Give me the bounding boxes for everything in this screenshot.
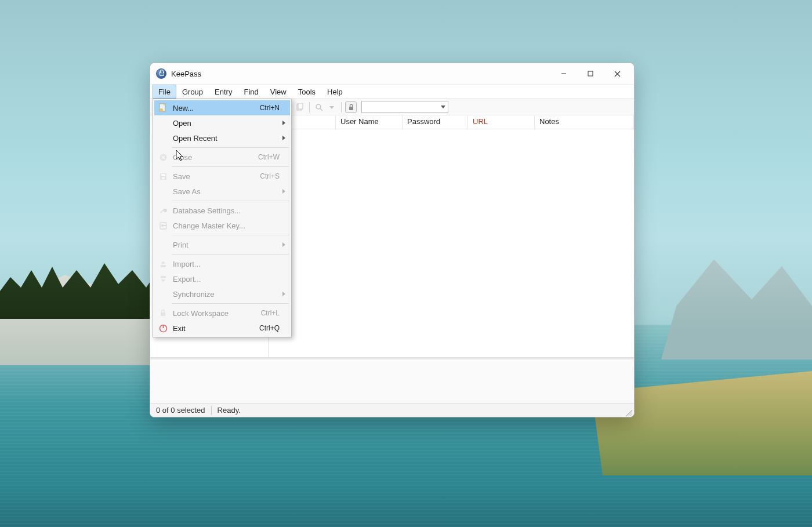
file-menu-synchronize[interactable]: Synchronize bbox=[154, 286, 290, 301]
file-menu-lock-shortcut: Ctrl+L bbox=[261, 309, 290, 317]
submenu-arrow-icon bbox=[282, 189, 285, 194]
file-menu-close[interactable]: Close Ctrl+W bbox=[154, 150, 290, 165]
toolbar-lock-button[interactable] bbox=[345, 101, 357, 113]
column-password[interactable]: Password bbox=[403, 115, 468, 129]
menu-file[interactable]: File bbox=[153, 85, 176, 99]
file-menu-open[interactable]: Open bbox=[154, 115, 290, 130]
svg-rect-22 bbox=[161, 265, 166, 267]
window-title: KeePass bbox=[171, 70, 201, 78]
wrench-icon bbox=[158, 205, 168, 216]
menu-help-label: Help bbox=[327, 88, 343, 96]
file-menu-dropdown: New... Ctrl+N Open Open Recent Close Ctr… bbox=[153, 99, 292, 337]
menu-file-label: File bbox=[158, 88, 171, 96]
menu-view-label: View bbox=[270, 88, 287, 96]
menu-find-label: Find bbox=[244, 88, 258, 96]
svg-rect-21 bbox=[163, 225, 166, 226]
menu-entry-label: Entry bbox=[215, 88, 232, 96]
entry-detail-pane[interactable] bbox=[150, 358, 634, 403]
file-menu-exit[interactable]: Exit Ctrl+Q bbox=[154, 321, 290, 336]
close-button[interactable] bbox=[604, 64, 630, 83]
close-icon bbox=[614, 71, 621, 77]
file-menu-close-label: Close bbox=[173, 153, 192, 162]
file-menu-save-label: Save bbox=[173, 172, 190, 181]
file-menu-change-master-key[interactable]: Change Master Key... bbox=[154, 218, 290, 233]
entry-list-pane: Title User Name Password URL Notes bbox=[269, 115, 634, 357]
menu-entry[interactable]: Entry bbox=[209, 85, 238, 99]
status-selection: 0 of 0 selected bbox=[150, 406, 211, 415]
new-file-icon bbox=[158, 103, 168, 113]
menu-view[interactable]: View bbox=[264, 85, 292, 99]
file-menu-open-recent[interactable]: Open Recent bbox=[154, 130, 290, 146]
key-box-icon bbox=[158, 220, 168, 231]
save-icon bbox=[158, 171, 168, 181]
file-menu-save[interactable]: Save Ctrl+S bbox=[154, 169, 290, 184]
menu-separator bbox=[172, 254, 289, 255]
file-menu-export-label: Export... bbox=[173, 275, 201, 284]
file-menu-database-settings[interactable]: Database Settings... bbox=[154, 203, 290, 218]
file-menu-exit-label: Exit bbox=[173, 324, 186, 333]
svg-marker-8 bbox=[329, 106, 334, 109]
menu-separator bbox=[172, 235, 289, 235]
menu-separator bbox=[172, 166, 289, 167]
toolbar-separator bbox=[341, 102, 342, 112]
entry-list[interactable] bbox=[269, 129, 634, 357]
file-menu-exit-shortcut: Ctrl+Q bbox=[259, 324, 290, 332]
menu-help[interactable]: Help bbox=[321, 85, 349, 99]
file-menu-save-as[interactable]: Save As bbox=[154, 184, 290, 199]
column-url[interactable]: URL bbox=[468, 115, 535, 129]
status-bar: 0 of 0 selected Ready. bbox=[150, 403, 634, 417]
export-icon bbox=[158, 274, 168, 284]
menu-group-label: Group bbox=[182, 88, 203, 96]
resize-grip-icon[interactable] bbox=[624, 408, 632, 416]
svg-rect-5 bbox=[298, 103, 303, 109]
keepass-window: KeePass File Group Entry Find View Tools… bbox=[150, 63, 635, 417]
window-controls bbox=[550, 64, 630, 83]
svg-rect-26 bbox=[161, 312, 165, 316]
file-menu-print[interactable]: Print bbox=[154, 237, 290, 252]
menu-find[interactable]: Find bbox=[238, 85, 264, 99]
maximize-icon bbox=[588, 71, 593, 77]
close-circle-icon bbox=[158, 152, 168, 162]
menu-tools-label: Tools bbox=[298, 88, 316, 96]
title-bar[interactable]: KeePass bbox=[150, 63, 634, 84]
toolbar-dropdown-arrow-icon[interactable] bbox=[326, 101, 338, 113]
submenu-arrow-icon bbox=[282, 136, 285, 140]
menu-tools[interactable]: Tools bbox=[292, 85, 321, 99]
submenu-arrow-icon bbox=[282, 242, 285, 247]
submenu-arrow-icon bbox=[282, 292, 285, 296]
file-menu-db-settings-label: Database Settings... bbox=[173, 206, 241, 215]
column-notes[interactable]: Notes bbox=[535, 115, 634, 129]
menu-bar: File Group Entry Find View Tools Help bbox=[150, 84, 634, 99]
toolbar-search-icon[interactable] bbox=[313, 101, 325, 113]
minimize-button[interactable] bbox=[550, 64, 577, 83]
file-menu-save-shortcut: Ctrl+S bbox=[260, 172, 290, 180]
file-menu-export[interactable]: Export... bbox=[154, 271, 290, 286]
lock-icon bbox=[158, 308, 168, 318]
submenu-arrow-icon bbox=[282, 121, 285, 125]
column-headers: Title User Name Password URL Notes bbox=[269, 115, 634, 129]
menu-group[interactable]: Group bbox=[176, 85, 209, 99]
toolbar-quicksearch-combo[interactable] bbox=[361, 101, 448, 113]
file-menu-lock-workspace[interactable]: Lock Workspace Ctrl+L bbox=[154, 306, 290, 321]
svg-rect-17 bbox=[161, 174, 165, 176]
toolbar-copy-icon[interactable] bbox=[294, 101, 306, 113]
menu-separator bbox=[172, 147, 289, 148]
svg-line-7 bbox=[320, 108, 322, 111]
minimize-icon bbox=[561, 71, 567, 77]
svg-point-6 bbox=[316, 104, 321, 109]
file-menu-import[interactable]: Import... bbox=[154, 256, 290, 271]
import-icon bbox=[158, 259, 168, 269]
file-menu-open-label: Open bbox=[173, 119, 191, 128]
file-menu-save-as-label: Save As bbox=[173, 187, 201, 196]
file-menu-lock-label: Lock Workspace bbox=[173, 309, 229, 318]
column-username[interactable]: User Name bbox=[336, 115, 403, 129]
file-menu-new-shortcut: Ctrl+N bbox=[260, 104, 290, 112]
file-menu-new[interactable]: New... Ctrl+N bbox=[154, 100, 290, 115]
maximize-button[interactable] bbox=[577, 64, 604, 83]
svg-rect-24 bbox=[161, 276, 166, 278]
svg-marker-25 bbox=[161, 279, 165, 282]
menu-separator bbox=[172, 303, 289, 304]
file-menu-sync-label: Synchronize bbox=[173, 290, 215, 299]
file-menu-close-shortcut: Ctrl+W bbox=[258, 153, 290, 161]
file-menu-new-label: New... bbox=[173, 104, 194, 112]
